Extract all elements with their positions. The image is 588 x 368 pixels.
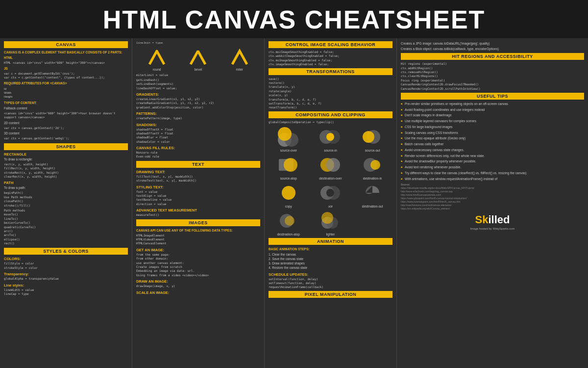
- linedash-methods: getLineDash() setLineDash(segments) line…: [136, 78, 260, 90]
- bevel-shape-svg: [188, 47, 208, 67]
- svg-point-19: [285, 216, 294, 226]
- types-header: TYPES OF CONTENT:: [4, 101, 128, 105]
- comp-source-over: source-over: [269, 126, 309, 152]
- compositing-grid: source-over source-in source-out: [269, 126, 392, 236]
- patterns-text: createPattern(image, type): [136, 116, 260, 120]
- bevel-shape: bevel: [188, 47, 208, 71]
- svg-point-9: [284, 158, 297, 172]
- tip-2: Avoid floating-point coordinates and use…: [401, 107, 584, 112]
- content-2d-code: var ctx = canvas.getContext('2d');: [4, 126, 128, 130]
- scale-label: SCALE AN IMAGE:: [136, 290, 260, 295]
- image-hosted: Image hosted by WittySparks.com: [401, 227, 584, 230]
- fallback-code: <canvas id="cnvs" width="600" height="30…: [4, 111, 128, 120]
- rectangle-text: To draw a rectangle:: [4, 157, 128, 161]
- tip-4: Use multiple layered canvases for comple…: [401, 119, 584, 124]
- adv-measure-text: measureText(): [136, 213, 260, 217]
- shadows-label: SHADOWS:: [136, 123, 260, 127]
- comp-source-in: source-in: [311, 126, 351, 152]
- comp-source-atop: source-atop: [269, 154, 309, 180]
- jpg-text: Creates a JPG image: canvas.toDataURL('i…: [401, 41, 584, 46]
- compositing-code: globalCompositeOperation = typeclip(): [269, 120, 392, 124]
- miter-label: miter: [236, 68, 243, 71]
- source-atop-svg: [276, 154, 301, 176]
- gradients-label: GRADIENTS:: [136, 92, 260, 97]
- useful-header: USEFUL TIPS: [401, 93, 584, 100]
- comp-copy: copy: [269, 182, 309, 208]
- column-3: CONTROL IMAGE SCALING BEHAVIOR ctx.mozIm…: [265, 38, 397, 368]
- comp-lighter: lighter: [311, 210, 351, 236]
- source-over-label: source-over: [280, 149, 297, 152]
- animation-header: ANIMATION: [269, 238, 392, 245]
- xor-label: xor: [328, 205, 333, 208]
- miter-shape-svg: [230, 47, 249, 67]
- hit-header: HIT REGIONS AND ACCESSIBILITY: [401, 53, 584, 60]
- rectangle-label: RECTANGLE: [4, 152, 128, 157]
- dest-over-svg: [318, 154, 343, 176]
- required-attrs: Id Width Height: [4, 87, 128, 99]
- round-shape-svg: [147, 47, 167, 67]
- lighter-svg: [318, 210, 343, 232]
- comp-dest-out: destination-out: [352, 182, 392, 208]
- hit-text: Hit regions (experimental) ctx.addHitReg…: [401, 62, 584, 91]
- column-4: Creates a JPG image: canvas.toDataURL('i…: [397, 38, 588, 368]
- source-out-label: source-out: [365, 149, 380, 152]
- logo-illed: illed: [488, 213, 510, 226]
- source-in-svg: [318, 126, 343, 148]
- dest-out-label: destination-out: [362, 205, 383, 208]
- tip-11: Avoid the shadowBlur property whenever p…: [401, 159, 584, 164]
- source-over-svg: [276, 126, 301, 148]
- comp-dest-in: destination-in: [352, 154, 392, 180]
- comp-source-out: source-out: [352, 126, 392, 152]
- source-6: http://saechvisions.com/html/canvas-elem…: [401, 204, 584, 207]
- dest-in-svg: [360, 154, 385, 176]
- dest-over-label: destination-over: [319, 177, 342, 180]
- colors-label: COLORS:: [4, 257, 128, 261]
- schedule-label: SCHEDULE UPDATES:: [269, 272, 392, 277]
- dest-atop-svg: [276, 210, 301, 232]
- comp-dest-atop: destination-atop: [269, 210, 309, 236]
- copy-svg: [276, 182, 301, 204]
- fill-rules-label: CANVAS FILL RULES:: [136, 146, 260, 150]
- line-join-shapes: round bevel miter: [136, 47, 260, 71]
- sources-label: Source:: [401, 183, 584, 186]
- get-image-label: GET AN IMAGE:: [136, 248, 260, 252]
- drawing-text: fillText(text, x, y[, maxWidth]) strokeT…: [136, 175, 260, 183]
- lighter-label: lighter: [326, 233, 335, 236]
- shadows-text: shadowOffsetX = float shadowOffsetY = fl…: [136, 128, 260, 144]
- miter-text: miterLimit = value: [136, 73, 260, 77]
- tip-1: Pre-render similar primitives or repeati…: [401, 102, 584, 106]
- path-label: PATH: [4, 181, 128, 185]
- images-header: IMAGES: [136, 219, 260, 226]
- logo-sk: Sk: [475, 213, 489, 226]
- required-header: REQUIRED ATTRIBUTES FOR <CANVAS>: [4, 81, 128, 85]
- compositing-header: COMPOSITING AND CLIPPING: [269, 111, 392, 118]
- images-types: HTMLImageElement HTMLVideoElement HTMLCa…: [136, 234, 260, 246]
- path-text: To draw a path:: [4, 185, 128, 190]
- linejoin-code: lineJoin = type: [136, 41, 260, 45]
- tip-8: Batch canvas calls together: [401, 142, 584, 147]
- canvas-js-code: var c = document.getElementById('cnvs');…: [4, 72, 128, 80]
- get-image-text: from the same page: from other domain: u…: [136, 253, 260, 277]
- source-atop-label: source-atop: [280, 177, 297, 180]
- dest-out-svg: [360, 182, 385, 204]
- svg-point-2: [278, 127, 292, 141]
- animation-steps-label: BASIC ANIMATION STEPS:: [269, 247, 392, 251]
- schedule-text: setInterval(function, delay) setTimeout(…: [269, 277, 392, 289]
- canvas-header: CANVAS: [4, 41, 128, 48]
- svg-point-13: [370, 160, 380, 170]
- source-out-svg: [360, 126, 385, 148]
- gradients-text: createLinearGradient(x1, y1, x2, y2) cre…: [136, 97, 260, 109]
- text-header: TEXT: [136, 161, 260, 168]
- pixel-header: PIXEL MANIPULATION: [269, 291, 392, 298]
- shapes-header: SHAPES: [4, 143, 128, 150]
- svg-point-17: [326, 189, 334, 197]
- xor-svg: [318, 182, 343, 204]
- styles-header: STYLES & COLORS: [4, 248, 128, 255]
- source-7: https://en.wikipedia.org/wiki/Canvas_ele…: [401, 207, 584, 210]
- source-in-label: source-in: [324, 149, 337, 152]
- tip-3: Don't scale images in drawImage: [401, 113, 584, 118]
- blob-text: Creates a Blob object: canvas.toBlob(cal…: [401, 47, 584, 51]
- canvas-html-label: HTML: [4, 55, 128, 60]
- fallback-label: Fallback content: [4, 106, 128, 110]
- content-3d-code: var ctx = canvas.getContext('webgl');: [4, 136, 128, 140]
